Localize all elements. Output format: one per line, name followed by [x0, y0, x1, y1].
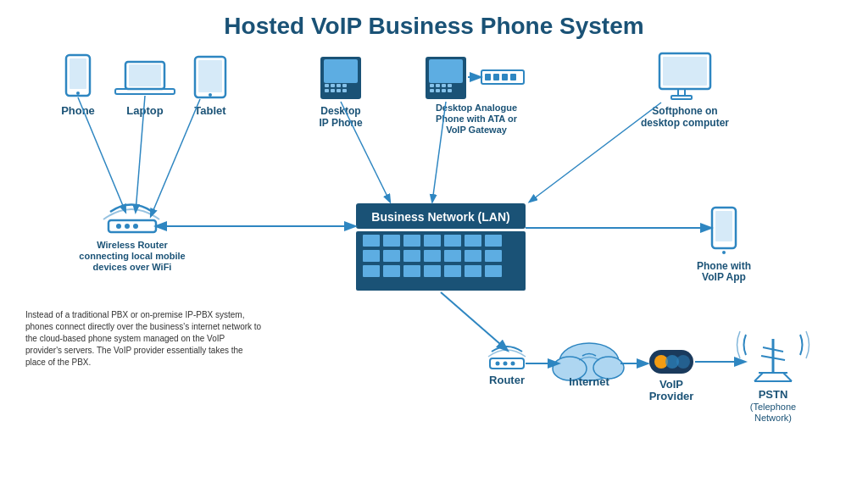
- svg-rect-60: [383, 235, 400, 247]
- svg-point-86: [496, 362, 500, 366]
- svg-point-51: [125, 224, 130, 229]
- tablet-device: Tablet: [194, 57, 226, 117]
- diagram-svg: Phone Laptop Tablet: [0, 47, 868, 487]
- svg-point-2: [76, 92, 80, 95]
- svg-text:VoIP: VoIP: [659, 378, 683, 391]
- svg-point-97: [676, 355, 690, 369]
- svg-text:Provider: Provider: [649, 390, 694, 402]
- svg-rect-75: [403, 265, 420, 277]
- svg-text:Desktop Analogue: Desktop Analogue: [436, 103, 517, 113]
- svg-rect-18: [325, 89, 329, 92]
- svg-point-50: [116, 224, 121, 229]
- svg-rect-17: [342, 84, 347, 87]
- svg-text:Router: Router: [489, 374, 525, 386]
- svg-point-52: [133, 224, 138, 229]
- svg-text:Phone: Phone: [61, 104, 95, 117]
- svg-text:IP Phone: IP Phone: [319, 117, 362, 129]
- svg-rect-72: [485, 250, 502, 262]
- svg-rect-69: [424, 250, 441, 262]
- svg-rect-79: [485, 265, 502, 277]
- svg-text:VoIP Gateway: VoIP Gateway: [446, 125, 508, 135]
- svg-line-118: [441, 292, 507, 350]
- svg-text:Internet: Internet: [569, 375, 609, 388]
- desktop-ip-phone: Desktop IP Phone: [319, 57, 362, 129]
- svg-text:VoIP App: VoIP App: [702, 271, 746, 283]
- svg-rect-74: [383, 265, 400, 277]
- laptop-device: Laptop: [115, 62, 175, 117]
- svg-rect-65: [485, 235, 502, 247]
- svg-rect-9: [198, 60, 222, 92]
- svg-rect-39: [510, 74, 516, 80]
- router-bottom: Router: [488, 347, 526, 386]
- svg-rect-27: [436, 84, 440, 87]
- svg-rect-59: [363, 235, 380, 247]
- svg-rect-68: [403, 250, 420, 262]
- svg-line-105: [783, 373, 792, 381]
- svg-text:Softphone on: Softphone on: [652, 105, 717, 117]
- svg-rect-81: [715, 211, 732, 241]
- wireless-router: Wireless Router connecting local mobile …: [79, 205, 185, 273]
- svg-rect-64: [465, 235, 481, 247]
- svg-text:devices over WiFi: devices over WiFi: [93, 262, 172, 272]
- svg-line-110: [78, 97, 125, 212]
- svg-text:Phone with: Phone with: [697, 260, 751, 272]
- svg-rect-36: [485, 74, 491, 80]
- svg-line-104: [754, 373, 763, 381]
- analogue-phone-ata: Desktop Analogue Phone with ATA or VoIP …: [426, 57, 524, 135]
- svg-text:desktop computer: desktop computer: [641, 117, 729, 129]
- svg-rect-73: [363, 265, 380, 277]
- svg-text:Business Network (LAN): Business Network (LAN): [371, 210, 509, 224]
- svg-rect-37: [493, 74, 499, 80]
- svg-rect-20: [337, 89, 341, 92]
- svg-rect-33: [448, 89, 452, 92]
- svg-rect-29: [448, 84, 452, 87]
- svg-text:(Telephone: (Telephone: [750, 402, 796, 412]
- svg-text:Laptop: Laptop: [126, 104, 163, 117]
- voip-app-phone: Phone with VoIP App: [697, 208, 751, 283]
- svg-rect-31: [436, 89, 440, 92]
- svg-rect-5: [129, 64, 161, 86]
- page-title: Hosted VoIP Business Phone System: [17, 8, 851, 40]
- svg-rect-63: [444, 235, 461, 247]
- svg-text:Desktop: Desktop: [320, 105, 360, 117]
- svg-rect-78: [465, 265, 481, 277]
- svg-text:Tablet: Tablet: [194, 104, 226, 117]
- svg-text:PSTN: PSTN: [759, 388, 788, 401]
- svg-rect-30: [430, 89, 434, 92]
- svg-rect-32: [442, 89, 446, 92]
- svg-point-10: [209, 93, 212, 97]
- svg-rect-6: [115, 89, 175, 94]
- svg-rect-13: [324, 59, 358, 83]
- svg-rect-44: [663, 57, 707, 86]
- svg-rect-62: [424, 235, 441, 247]
- svg-rect-19: [331, 89, 335, 92]
- svg-point-87: [504, 362, 508, 366]
- svg-rect-28: [442, 84, 446, 87]
- diagram: Hosted VoIP Business Phone System Phone …: [0, 0, 868, 488]
- svg-rect-14: [325, 84, 329, 87]
- svg-rect-70: [444, 250, 461, 262]
- svg-rect-38: [502, 74, 508, 80]
- svg-rect-76: [424, 265, 441, 277]
- svg-point-88: [511, 362, 515, 366]
- svg-rect-66: [363, 250, 380, 262]
- internet-cloud: Internet: [553, 343, 624, 388]
- description-text: Instead of a traditional PBX or on-premi…: [25, 309, 263, 369]
- svg-line-116: [530, 103, 661, 202]
- svg-rect-15: [331, 84, 335, 87]
- svg-rect-46: [671, 96, 692, 99]
- svg-rect-16: [337, 84, 341, 87]
- pstn-tower: PSTN (Telephone Network): [737, 331, 810, 423]
- softphone-desktop: Softphone on desktop computer: [641, 53, 729, 129]
- svg-rect-1: [70, 58, 86, 89]
- svg-rect-67: [383, 250, 400, 262]
- svg-text:Wireless Router: Wireless Router: [97, 240, 168, 250]
- svg-rect-77: [444, 265, 461, 277]
- svg-rect-61: [403, 235, 420, 247]
- svg-rect-49: [108, 220, 156, 232]
- svg-text:connecting local mobile: connecting local mobile: [79, 251, 185, 261]
- svg-rect-25: [429, 59, 463, 83]
- phone-device: Phone: [61, 55, 95, 117]
- svg-rect-21: [342, 89, 347, 92]
- voip-provider: VoIP Provider: [649, 350, 694, 402]
